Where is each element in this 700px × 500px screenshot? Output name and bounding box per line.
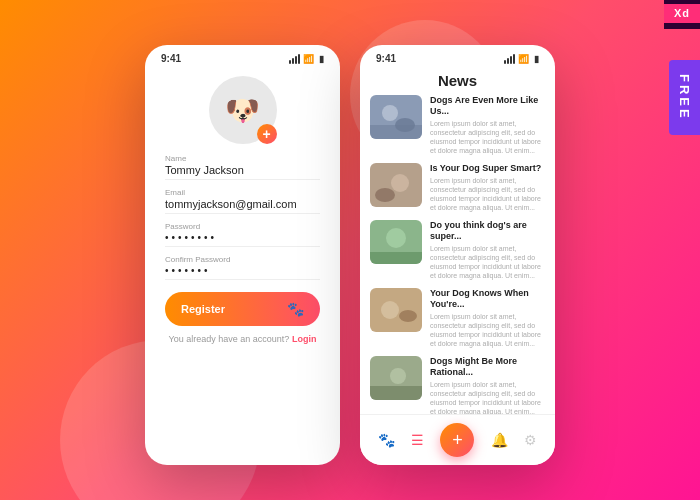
- email-label: Email: [165, 188, 320, 197]
- confirm-password-value[interactable]: •••••••: [165, 265, 320, 280]
- svg-point-1: [382, 105, 398, 121]
- news-text-5: Dogs Might Be More Rational... Lorem ips…: [430, 356, 545, 414]
- news-thumb-5: [370, 356, 422, 400]
- nav-add-button[interactable]: +: [440, 423, 474, 457]
- news-item-2[interactable]: Is Your Dog Super Smart? Lorem ipsum dol…: [370, 163, 545, 212]
- login-prompt-text: You already have an account?: [169, 334, 290, 344]
- svg-point-14: [390, 368, 406, 384]
- login-prompt: You already have an account? Login: [169, 334, 317, 344]
- phone-news: 9:41 📶 ▮ News: [360, 45, 555, 465]
- news-item-4[interactable]: Your Dog Knows When You're... Lorem ipsu…: [370, 288, 545, 348]
- name-field: Name Tommy Jackson: [165, 154, 320, 180]
- news-text-2: Is Your Dog Super Smart? Lorem ipsum dol…: [430, 163, 545, 212]
- avatar-wrapper: 🐶 +: [209, 76, 277, 144]
- status-bar-2: 9:41 📶 ▮: [360, 45, 555, 68]
- svg-rect-15: [370, 386, 422, 400]
- news-snippet-2: Lorem ipsum dolor sit amet, consectetur …: [430, 176, 545, 212]
- password-label: Password: [165, 222, 320, 231]
- battery-icon: ▮: [319, 54, 324, 64]
- news-headline-3: Do you think dog's are super...: [430, 220, 545, 242]
- news-item-3[interactable]: Do you think dog's are super... Lorem ip…: [370, 220, 545, 280]
- wifi-icon: 📶: [303, 54, 314, 64]
- news-item-1[interactable]: Dogs Are Even More Like Us... Lorem ipsu…: [370, 95, 545, 155]
- news-snippet-4: Lorem ipsum dolor sit amet, consectetur …: [430, 312, 545, 348]
- bottom-nav: 🐾 ☰ + 🔔 ⚙: [360, 414, 555, 465]
- name-label: Name: [165, 154, 320, 163]
- news-list: Dogs Are Even More Like Us... Lorem ipsu…: [360, 95, 555, 414]
- nav-news[interactable]: ☰: [411, 432, 424, 448]
- xd-badge: Xd: [664, 0, 700, 29]
- bell-nav-icon: 🔔: [491, 432, 508, 448]
- nav-bell[interactable]: 🔔: [491, 432, 508, 448]
- email-value[interactable]: tommyjackson@gmail.com: [165, 198, 320, 214]
- register-form: 🐶 + Name Tommy Jackson Email tommyjackso…: [145, 68, 340, 465]
- status-icons-2: 📶 ▮: [504, 54, 539, 64]
- news-heading: News: [360, 68, 555, 95]
- confirm-password-field: Confirm Password •••••••: [165, 255, 320, 280]
- svg-rect-3: [370, 125, 422, 139]
- news-thumb-3: [370, 220, 422, 264]
- news-headline-1: Dogs Are Even More Like Us...: [430, 95, 545, 117]
- register-button[interactable]: Register 🐾: [165, 292, 320, 326]
- gear-nav-icon: ⚙: [524, 432, 537, 448]
- status-icons-1: 📶 ▮: [289, 54, 324, 64]
- news-text-1: Dogs Are Even More Like Us... Lorem ipsu…: [430, 95, 545, 155]
- register-button-label: Register: [181, 303, 225, 315]
- news-thumb-1: [370, 95, 422, 139]
- add-nav-icon: +: [452, 430, 463, 451]
- status-bar-1: 9:41 📶 ▮: [145, 45, 340, 68]
- paw-icon: 🐾: [287, 301, 304, 317]
- confirm-password-label: Confirm Password: [165, 255, 320, 264]
- svg-point-5: [391, 174, 409, 192]
- paw-nav-icon: 🐾: [378, 432, 395, 448]
- list-nav-icon: ☰: [411, 432, 424, 448]
- news-text-3: Do you think dog's are super... Lorem ip…: [430, 220, 545, 280]
- status-time-1: 9:41: [161, 53, 181, 64]
- battery-icon-2: ▮: [534, 54, 539, 64]
- phones-container: 9:41 📶 ▮ 🐶 + Name Tommy Jackson: [145, 45, 555, 465]
- news-headline-5: Dogs Might Be More Rational...: [430, 356, 545, 378]
- news-snippet-5: Lorem ipsum dolor sit amet, consectetur …: [430, 380, 545, 414]
- nav-paw[interactable]: 🐾: [378, 432, 395, 448]
- login-link[interactable]: Login: [292, 334, 317, 344]
- free-badge: FREE: [669, 60, 700, 135]
- password-field: Password ••••••••: [165, 222, 320, 247]
- svg-point-11: [381, 301, 399, 319]
- news-thumb-4: [370, 288, 422, 332]
- news-text-4: Your Dog Knows When You're... Lorem ipsu…: [430, 288, 545, 348]
- status-time-2: 9:41: [376, 53, 396, 64]
- svg-point-12: [399, 310, 417, 322]
- svg-point-8: [386, 228, 406, 248]
- news-headline-2: Is Your Dog Super Smart?: [430, 163, 545, 174]
- email-field: Email tommyjackson@gmail.com: [165, 188, 320, 214]
- nav-settings[interactable]: ⚙: [524, 432, 537, 448]
- news-thumb-2: [370, 163, 422, 207]
- svg-rect-9: [370, 252, 422, 264]
- signal-icon: [289, 54, 300, 64]
- news-item-5[interactable]: Dogs Might Be More Rational... Lorem ips…: [370, 356, 545, 414]
- news-snippet-3: Lorem ipsum dolor sit amet, consectetur …: [430, 244, 545, 280]
- user-avatar-icon: 🐶: [225, 94, 260, 127]
- password-value[interactable]: ••••••••: [165, 232, 320, 247]
- svg-point-6: [375, 188, 395, 202]
- add-photo-button[interactable]: +: [257, 124, 277, 144]
- signal-icon-2: [504, 54, 515, 64]
- wifi-icon-2: 📶: [518, 54, 529, 64]
- phone-register: 9:41 📶 ▮ 🐶 + Name Tommy Jackson: [145, 45, 340, 465]
- name-value[interactable]: Tommy Jackson: [165, 164, 320, 180]
- news-snippet-1: Lorem ipsum dolor sit amet, consectetur …: [430, 119, 545, 155]
- news-headline-4: Your Dog Knows When You're...: [430, 288, 545, 310]
